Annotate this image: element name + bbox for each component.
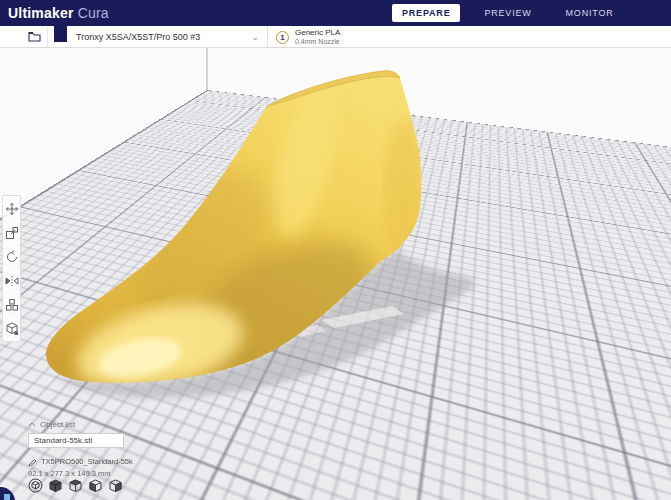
- object-list-panel: Object list Standard-55k.stl TX5PRO500_S…: [28, 420, 178, 478]
- per-model-settings-tool-button[interactable]: [4, 297, 19, 312]
- tab-monitor[interactable]: MONITOR: [556, 4, 624, 22]
- header-accent-notch: [54, 26, 67, 42]
- mirror-icon: [5, 274, 19, 288]
- logo-cura: Cura: [78, 5, 109, 21]
- job-name: TX5PRO500_Standard-55k: [41, 457, 133, 466]
- view-presets-bar: [28, 478, 123, 493]
- scale-tool-button[interactable]: [4, 225, 19, 240]
- 3d-view-button[interactable]: [28, 478, 43, 493]
- top-view-button[interactable]: [68, 478, 83, 493]
- left-view-button[interactable]: [88, 478, 103, 493]
- support-blocker-tool-button[interactable]: [4, 321, 19, 336]
- mirror-tool-button[interactable]: [4, 273, 19, 288]
- nozzle-size: 0.4mm Nozzle: [295, 38, 340, 46]
- build-plate-grid: [0, 48, 671, 90]
- scale-icon: [5, 226, 19, 240]
- logo-ultimaker: Ultimaker: [8, 5, 74, 21]
- viewport-3d[interactable]: Object list Standard-55k.stl TX5PRO500_S…: [0, 48, 671, 500]
- 3d-view-icon: [28, 478, 43, 493]
- object-list-toggle[interactable]: Object list: [28, 420, 178, 429]
- corner-bubble-dot: [4, 494, 10, 500]
- per-model-settings-icon: [5, 298, 19, 312]
- tool-panel: [2, 195, 21, 342]
- tab-prepare[interactable]: PREPARE: [392, 4, 460, 22]
- top-view-icon: [68, 479, 83, 493]
- cura-window: Ultimaker Cura PREPARE PREVIEW MONITOR T…: [0, 0, 671, 500]
- stage-tabs: PREPARE PREVIEW MONITOR: [392, 0, 624, 26]
- object-list-label: Object list: [40, 420, 75, 429]
- front-view-button[interactable]: [48, 478, 63, 493]
- rotate-tool-button[interactable]: [4, 249, 19, 264]
- tab-preview[interactable]: PREVIEW: [474, 4, 541, 22]
- app-logo: Ultimaker Cura: [8, 5, 109, 21]
- move-icon: [5, 202, 19, 216]
- right-view-icon: [108, 479, 123, 493]
- left-view-icon: [88, 479, 103, 493]
- app-header: Ultimaker Cura PREPARE PREVIEW MONITOR: [0, 0, 671, 26]
- chevron-down-icon: ⌄: [251, 32, 259, 42]
- job-name-row[interactable]: TX5PRO500_Standard-55k: [28, 457, 178, 466]
- move-tool-button[interactable]: [4, 201, 19, 216]
- material-selector[interactable]: 1 Generic PLA 0.4mm Nozzle: [270, 26, 340, 48]
- configuration-bar: Tronxy X5SA/X5ST/Pro 500 #3 ⌄ 1 Generic …: [0, 26, 671, 48]
- printer-name: Tronxy X5SA/X5ST/Pro 500 #3: [76, 32, 200, 42]
- front-view-icon: [48, 479, 63, 493]
- material-name: Generic PLA: [295, 28, 340, 37]
- support-blocker-icon: [5, 322, 19, 336]
- chevron-up-icon: [28, 422, 36, 427]
- object-list-item[interactable]: Standard-55k.stl: [28, 433, 124, 448]
- printer-selector[interactable]: Tronxy X5SA/X5ST/Pro 500 #3 ⌄: [68, 26, 268, 48]
- extruder-icon: 1: [276, 31, 289, 44]
- right-view-button[interactable]: [108, 478, 123, 493]
- open-file-button[interactable]: [22, 27, 48, 47]
- folder-icon: [28, 28, 41, 46]
- pencil-icon: [28, 457, 37, 466]
- rotate-icon: [5, 250, 19, 264]
- model-dimensions: 92.1 x 277.3 x 149.3 mm: [28, 469, 178, 478]
